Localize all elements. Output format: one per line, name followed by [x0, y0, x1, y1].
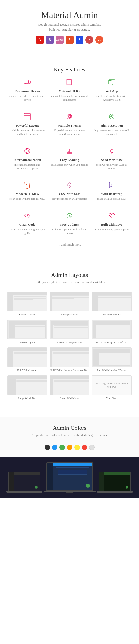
layout-boxed-collapsed-unfixed: Boxed / Collapsed / Unfixed	[92, 320, 131, 344]
layout-boxed-collapsed-preview	[50, 320, 89, 339]
svg-point-31	[111, 116, 112, 117]
color-dot-red	[82, 444, 87, 450]
layout-collapsed-preview	[50, 292, 89, 311]
laptop-left	[7, 472, 42, 493]
layout-small-nav-label: Small Width Nav	[50, 397, 89, 400]
layout-icon	[22, 112, 32, 122]
layout-large-nav: Large Width Nav	[8, 376, 47, 400]
layout-small-nav-preview	[50, 376, 89, 395]
svg-point-14	[110, 80, 110, 80]
laptop-right	[97, 472, 133, 493]
color-dot-blue	[52, 444, 58, 450]
clean-icon	[22, 211, 32, 221]
colors-subtitle: 18 predefined color schemes + Light, dar…	[5, 433, 134, 437]
svg-point-32	[25, 148, 30, 154]
svg-text:$: $	[69, 215, 70, 218]
angular-icon: A	[36, 36, 44, 44]
layout-unfixed: Unfixed Header	[92, 292, 131, 316]
svg-point-0	[87, 38, 91, 42]
app-title: Material Admin	[5, 10, 134, 20]
laptops-section	[0, 458, 139, 498]
layout-fullwidth: Full Width Header	[8, 348, 47, 372]
laptop-left-stand	[21, 492, 28, 493]
layout-fullwidth-preview	[8, 348, 47, 367]
feature-resolution-desc: high resolution screens are well support…	[93, 128, 130, 136]
feature-themes: Multiple Themes 18 predefined color sche…	[50, 109, 89, 139]
feature-i18n: Internationalization internationalizatio…	[8, 144, 47, 173]
layout-fullwidth-collapsed: Full Width Header / Collapsed Nav	[50, 348, 89, 372]
layout-boxed-collapsed: Boxed / Collapsed Nav	[50, 320, 89, 344]
svg-rect-3	[29, 81, 31, 83]
layout-collapsed: Collapsed Nav	[50, 292, 89, 316]
svg-rect-36	[67, 153, 72, 154]
layout-fullwidth-collapsed-preview	[50, 348, 89, 367]
layout-fullwidth-boxed-preview	[92, 348, 131, 367]
colors-section: Admin Colors 18 predefined color schemes…	[0, 417, 139, 458]
layouts-title: Admin Layouts	[5, 272, 134, 278]
html5-icon: 5	[66, 36, 74, 44]
divider-2	[10, 259, 129, 259]
feature-themes-desc: 18 predefined color schemes, light & dar…	[51, 128, 88, 136]
feature-workflow: Solid Workflow solid workflow with Gulp …	[92, 144, 131, 173]
layout-boxed-collapsed-label: Boxed / Collapsed Nav	[50, 341, 89, 344]
feature-webapp-desc: single page application with AngularJS 1…	[93, 94, 130, 102]
layout-large-nav-label: Large Width Nav	[8, 397, 47, 400]
layouts-grid: Default Layout Collapsed Nav	[5, 292, 134, 400]
feature-responsive: Responsive Design mobile-ready design ad…	[8, 75, 47, 104]
i18n-icon	[22, 146, 32, 156]
feature-i18n-desc: internationalization and localization su…	[9, 163, 46, 170]
feature-material-title: Material UI Kit	[51, 89, 88, 93]
laptop-left-screen	[8, 472, 40, 491]
feature-webapp-title: Web App	[93, 89, 130, 93]
feature-resolution-title: High Resolution	[93, 124, 130, 128]
feature-clean-title: Clean Code	[9, 223, 46, 226]
more-text: ... and much more	[5, 243, 134, 247]
color-dot-orange	[67, 444, 72, 450]
layout-your-own-preview: use settings and variables to build your…	[92, 376, 131, 395]
css3-icon: 3	[76, 36, 83, 44]
svg-rect-19	[24, 114, 31, 120]
layouts-section: Admin Layouts Build your style in second…	[0, 264, 139, 407]
feature-layout: Powerful Layout multiple layouts to choo…	[8, 109, 47, 139]
layout-default-preview	[8, 292, 47, 311]
color-dot-gray	[89, 444, 95, 450]
css3-badge-icon: Ss	[64, 180, 74, 190]
love-icon	[107, 211, 117, 221]
divider-3	[10, 412, 129, 412]
layout-boxed-label: Boxed Layout	[8, 341, 47, 344]
features-grid: Responsive Design mobile-ready design ad…	[5, 75, 134, 238]
feature-themes-title: Multiple Themes	[51, 124, 88, 128]
resolution-icon	[107, 112, 117, 122]
feature-layout-title: Powerful Layout	[9, 124, 46, 128]
feature-css3: Ss CSS3 with Sass easy modification with…	[50, 178, 89, 203]
laptop-right-screen	[99, 472, 131, 491]
layouts-subtitle: Build your style in seconds with setting…	[5, 280, 134, 284]
feature-responsive-desc: mobile-ready design adopt to any device	[9, 94, 46, 102]
bower-icon	[95, 36, 103, 44]
responsive-icon	[22, 77, 32, 87]
themes-icon	[64, 112, 74, 122]
feature-i18n-title: Internationalization	[9, 158, 46, 162]
laptop-center-screen	[46, 462, 93, 491]
feature-html5: 5 Modern HTML5 clean code with modern HT…	[8, 178, 47, 203]
feature-material-desc: material design ui kit with tons of comp…	[51, 94, 88, 102]
layout-boxed: Boxed Layout	[8, 320, 47, 344]
features-title: Key Features	[5, 66, 134, 73]
feature-html5-title: Modern HTML5	[9, 192, 46, 196]
layout-your-own-text: use settings and variables to build your…	[92, 380, 131, 391]
colors-title: Admin Colors	[5, 424, 134, 431]
svg-text:Ss: Ss	[68, 184, 70, 186]
layout-default: Default Layout	[8, 292, 47, 316]
feature-material: Material UI Kit material design ui kit w…	[50, 75, 89, 104]
app-subtitle: Google Material Design inspired admin te…	[5, 22, 134, 32]
layout-small-nav: Small Width Nav	[50, 376, 89, 400]
svg-point-13	[109, 80, 109, 80]
layout-fullwidth-boxed: Full Width Header / Boxed	[92, 348, 131, 372]
feature-html5-desc: clean code with modern HTML5	[9, 197, 46, 201]
feature-lazy: Lazy Loading load assets only when you n…	[50, 144, 89, 173]
feature-bootstrap-title: With Bootstrap	[93, 192, 130, 196]
svg-line-42	[27, 214, 28, 218]
layout-your-own-label: Your Own	[92, 397, 131, 400]
bootstrap-badge-icon: B	[107, 180, 117, 190]
svg-text:5: 5	[26, 184, 27, 186]
